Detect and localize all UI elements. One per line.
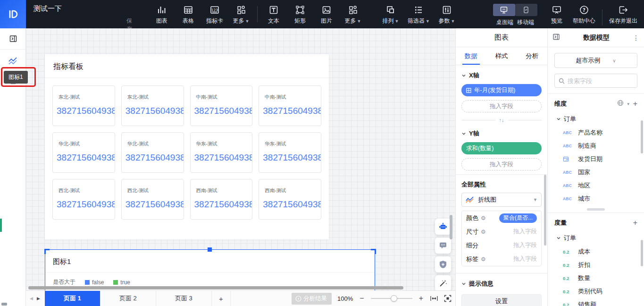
kpi-card[interactable]: 西北-测试382715604938e [121, 179, 184, 220]
axis-swap-divider[interactable]: ↑↓ [461, 117, 542, 123]
page-tab-1[interactable]: 页面 1 [45, 291, 100, 306]
selection-handle-topmid[interactable] [208, 247, 212, 252]
dimension-group-orders[interactable]: 订单 [548, 111, 644, 126]
label-drop-zone[interactable]: 拖入字段 [513, 255, 537, 263]
tool-chart[interactable]: 图表 [152, 4, 171, 25]
help-center-button[interactable]: ? 帮助中心 [573, 4, 595, 25]
tool-filter[interactable]: 筛选器▼ [408, 4, 430, 25]
magic-wand-button[interactable] [435, 275, 451, 290]
add-measure-button[interactable]: + [633, 219, 637, 227]
chart-type-select[interactable]: 折线图 ▼ [461, 193, 542, 207]
selection-handle-topleft[interactable] [44, 249, 50, 254]
ai-assistant-button[interactable] [435, 219, 451, 235]
x-axis-section[interactable]: X轴 [456, 65, 547, 84]
dimension-field[interactable]: ABC城市 [548, 192, 644, 205]
dimension-field[interactable]: ABC产品名称 [548, 126, 644, 139]
y-axis-field-pill[interactable]: 求和(数量) [461, 142, 542, 154]
tool-kpi-card[interactable]: 123 更多指标卡 [205, 4, 224, 25]
tab-style[interactable]: 样式 [486, 47, 517, 65]
mobile-toggle[interactable] [515, 4, 537, 16]
dimension-field[interactable]: ABC国家 [548, 166, 644, 179]
field-search-input[interactable] [568, 77, 624, 85]
section-resize-handle[interactable] [587, 208, 605, 211]
rail-item-chart1[interactable] [0, 50, 26, 72]
tooltip-section[interactable]: 提示信息 [456, 273, 547, 292]
shield-add-button[interactable] [435, 256, 451, 272]
kpi-card[interactable]: 华东-测试382715604938e [190, 132, 253, 173]
fit-screen-icon[interactable] [444, 295, 452, 302]
y-axis-drop-zone[interactable]: 拖入字段 [461, 158, 542, 170]
kpi-card[interactable]: 西南-测试382715604938e [259, 179, 321, 220]
collapse-panel-button[interactable] [0, 28, 26, 49]
tool-insert-more[interactable]: 更多▼ [232, 4, 251, 25]
zoom-out-button[interactable]: − [359, 295, 365, 302]
save-exit-button[interactable]: 保存并退出 [609, 4, 637, 25]
measure-field[interactable]: 0.2成本 [548, 245, 644, 258]
page-scroll-right-icon[interactable]: ▶ [37, 296, 40, 301]
comment-button[interactable] [435, 238, 451, 254]
measure-field[interactable]: 0.2数量 [548, 272, 644, 285]
zoom-in-button[interactable]: + [418, 295, 424, 302]
analysis-result-button[interactable]: 分析结果 [292, 293, 332, 305]
measures-scrollbar[interactable] [641, 240, 643, 266]
dimension-field[interactable]: ABC制造商 [548, 139, 644, 153]
kebab-menu-icon[interactable]: ⋮ [633, 34, 639, 42]
gear-icon[interactable]: ⚙ [481, 215, 486, 221]
preview-button[interactable]: 预览 [547, 4, 566, 25]
legend-item-false[interactable]: false [85, 279, 104, 286]
kpi-card[interactable]: 西南-测试382715604938e [190, 179, 253, 220]
tab-data[interactable]: 数据 [456, 47, 486, 65]
tool-image[interactable]: 图片 [317, 4, 336, 25]
tool-text[interactable]: 文本 [264, 4, 283, 25]
globe-icon[interactable] [617, 100, 624, 108]
page-tab-2[interactable]: 页面 2 [100, 291, 156, 306]
dimension-field[interactable]: ABC地区 [548, 179, 644, 192]
tool-element-more[interactable]: 更多▼ [343, 4, 362, 25]
canvas-vertical-scrollbar[interactable] [450, 215, 452, 239]
page-tab-3[interactable]: 页面 3 [156, 291, 212, 306]
desktop-toggle[interactable] [493, 4, 515, 16]
dimensions-scrollbar[interactable] [641, 120, 643, 153]
field-search[interactable] [554, 74, 637, 88]
selected-chart-widget[interactable]: 图标1 是否大于 false true [45, 249, 375, 290]
add-page-button[interactable]: + [212, 291, 231, 306]
chart-panel-scrollbar[interactable] [544, 175, 546, 246]
kpi-card[interactable]: 华北-测试382715604938e [121, 132, 184, 173]
size-drop-zone[interactable]: 拖入字段 [513, 228, 537, 236]
tool-rectangle[interactable]: 矩形 [291, 4, 309, 25]
tool-arrange[interactable]: 排列▼ [381, 4, 400, 25]
measure-group-orders[interactable]: 订单 [548, 230, 644, 245]
measure-field[interactable]: 0.2类别代码 [548, 285, 644, 298]
tooltip-settings-button[interactable]: 设置 [461, 294, 542, 306]
tool-parameter[interactable]: 参数▼ [437, 4, 456, 25]
page-scroll-left-icon[interactable]: ◀ [30, 296, 33, 301]
measure-field[interactable]: 0.2销售额 [548, 298, 644, 306]
color-field-pill[interactable]: 聚合(是否... [499, 213, 537, 223]
zoom-slider-thumb[interactable] [391, 295, 397, 302]
fit-width-icon[interactable] [430, 295, 438, 302]
kpi-card[interactable]: 华北-测试382715604938e [52, 132, 115, 173]
kpi-card[interactable]: 中南-测试382715604938e [190, 85, 253, 126]
chevron-down-icon[interactable]: ▼ [627, 102, 630, 106]
subdivide-drop-zone[interactable]: 拖入字段 [513, 241, 537, 249]
kpi-card[interactable]: 东北-测试382715604938e [52, 85, 115, 126]
legend-item-true[interactable]: true [113, 279, 130, 286]
x-axis-field-pill[interactable]: 年-月(发货日期) [461, 84, 542, 96]
gear-icon[interactable]: ⚙ [481, 229, 486, 235]
dimension-field[interactable]: 发货日期 [548, 153, 644, 166]
selection-handle-topright[interactable] [371, 249, 376, 254]
kpi-card[interactable]: 西北-测试382715604938e [52, 179, 115, 220]
dataset-select[interactable]: 超市示例 ∨ [554, 53, 637, 68]
kpi-card[interactable]: 中南-测试382715604938e [259, 85, 321, 126]
canvas-horizontal-scrollbar[interactable] [28, 286, 403, 289]
tool-table[interactable]: 表格 [179, 4, 198, 25]
panel-collapse-icon[interactable] [552, 33, 560, 42]
tab-analysis[interactable]: 分析 [517, 47, 547, 65]
add-dimension-button[interactable]: + [633, 100, 637, 108]
zoom-slider[interactable] [371, 295, 412, 302]
measure-field[interactable]: 0.2折扣 [548, 258, 644, 272]
app-logo[interactable] [0, 0, 26, 28]
y-axis-section[interactable]: Y轴 [456, 128, 547, 142]
kpi-dashboard-widget[interactable]: 指标看板 东北-测试382715604938e 东北-测试38271560493… [45, 54, 329, 239]
x-axis-drop-zone[interactable]: 拖入字段 [461, 100, 542, 112]
